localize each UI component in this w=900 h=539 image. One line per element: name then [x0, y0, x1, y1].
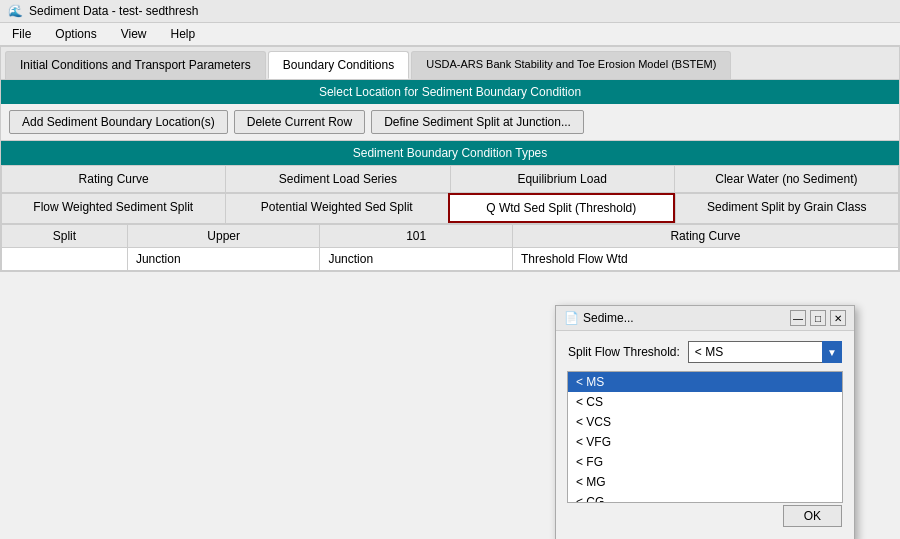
popup-title-left: 📄 Sedime...: [564, 311, 634, 325]
popup-title: Sedime...: [583, 311, 634, 325]
dropdown-item-vcs[interactable]: < VCS: [568, 412, 842, 432]
dropdown-item-cs[interactable]: < CS: [568, 392, 842, 412]
dropdown-list: < MS < CS < VCS < VFG < FG < MG < CG < V…: [567, 371, 843, 503]
tab-sediment-load-series[interactable]: Sediment Load Series: [225, 165, 449, 192]
tab-q-wtd-threshold[interactable]: Q Wtd Sed Split (Threshold): [448, 193, 675, 223]
popup-maximize-button[interactable]: □: [810, 310, 826, 326]
menu-view[interactable]: View: [117, 25, 151, 43]
tab-flow-weighted[interactable]: Flow Weighted Sediment Split: [1, 193, 225, 223]
condition-types-bar: Sediment Boundary Condition Types: [1, 141, 899, 165]
app-window: 🌊 Sediment Data - test- sedthresh File O…: [0, 0, 900, 539]
popup-select-display[interactable]: < MS: [688, 341, 842, 363]
col-101: 101: [320, 225, 513, 248]
cell-junction1: Junction: [127, 248, 320, 271]
tab-clear-water[interactable]: Clear Water (no Sediment): [674, 165, 899, 192]
popup-ok-row: OK: [568, 503, 842, 531]
app-icon: 🌊: [8, 4, 23, 18]
delete-row-button[interactable]: Delete Current Row: [234, 110, 365, 134]
dropdown-item-cg[interactable]: < CG: [568, 492, 842, 502]
cell-threshold: Threshold Flow Wtd: [512, 248, 898, 271]
dropdown-item-vfg[interactable]: < VFG: [568, 432, 842, 452]
col-upper: Upper: [127, 225, 320, 248]
popup-ok-button[interactable]: OK: [783, 505, 842, 527]
popup-titlebar: 📄 Sedime... — □ ✕: [556, 306, 854, 331]
tab-bstem[interactable]: USDA-ARS Bank Stability and Toe Erosion …: [411, 51, 731, 79]
dropdown-item-mg[interactable]: < MG: [568, 472, 842, 492]
dropdown-item-ms[interactable]: < MS: [568, 372, 842, 392]
menu-help[interactable]: Help: [167, 25, 200, 43]
col-split: Split: [2, 225, 128, 248]
data-table: Split Upper 101 Rating Curve Junction Ju…: [1, 224, 899, 271]
add-boundary-button[interactable]: Add Sediment Boundary Location(s): [9, 110, 228, 134]
app-title: Sediment Data - test- sedthresh: [29, 4, 198, 18]
popup-field-row: Split Flow Threshold: < MS ▼: [568, 341, 842, 363]
define-split-button[interactable]: Define Sediment Split at Junction...: [371, 110, 584, 134]
title-bar: 🌊 Sediment Data - test- sedthresh: [0, 0, 900, 23]
condition-tabs: Rating Curve Sediment Load Series Equili…: [1, 165, 899, 193]
tab-initial-conditions[interactable]: Initial Conditions and Transport Paramet…: [5, 51, 266, 79]
tab-grain-class[interactable]: Sediment Split by Grain Class: [675, 193, 900, 223]
col-rating: Rating Curve: [512, 225, 898, 248]
location-bar: Select Location for Sediment Boundary Co…: [1, 80, 899, 104]
popup-icon: 📄: [564, 311, 579, 325]
main-content: Initial Conditions and Transport Paramet…: [0, 46, 900, 272]
top-tabs: Initial Conditions and Transport Paramet…: [1, 47, 899, 80]
popup-label: Split Flow Threshold:: [568, 345, 680, 359]
dropdown-item-fg[interactable]: < FG: [568, 452, 842, 472]
dropdown-scroll[interactable]: < MS < CS < VCS < VFG < FG < MG < CG < V…: [568, 372, 842, 502]
tab-potential-weighted[interactable]: Potential Weighted Sed Split: [225, 193, 449, 223]
menu-options[interactable]: Options: [51, 25, 100, 43]
popup-window-controls: — □ ✕: [790, 310, 846, 326]
menu-file[interactable]: File: [8, 25, 35, 43]
popup-minimize-button[interactable]: —: [790, 310, 806, 326]
cell-junction2: Junction: [320, 248, 513, 271]
menu-bar: File Options View Help: [0, 23, 900, 46]
popup-dialog: 📄 Sedime... — □ ✕ Split Flow Threshold: …: [555, 305, 855, 539]
tab-equilibrium-load[interactable]: Equilibrium Load: [450, 165, 674, 192]
table-row: Junction Junction Threshold Flow Wtd: [2, 248, 899, 271]
split-tabs: Flow Weighted Sediment Split Potential W…: [1, 193, 899, 224]
cell-split: [2, 248, 128, 271]
popup-select-wrapper: < MS ▼: [688, 341, 842, 363]
button-row: Add Sediment Boundary Location(s) Delete…: [1, 104, 899, 141]
popup-body: Split Flow Threshold: < MS ▼ < MS < CS <…: [556, 331, 854, 539]
tab-rating-curve[interactable]: Rating Curve: [1, 165, 225, 192]
popup-close-button[interactable]: ✕: [830, 310, 846, 326]
tab-boundary-conditions[interactable]: Boundary Conditions: [268, 51, 409, 79]
